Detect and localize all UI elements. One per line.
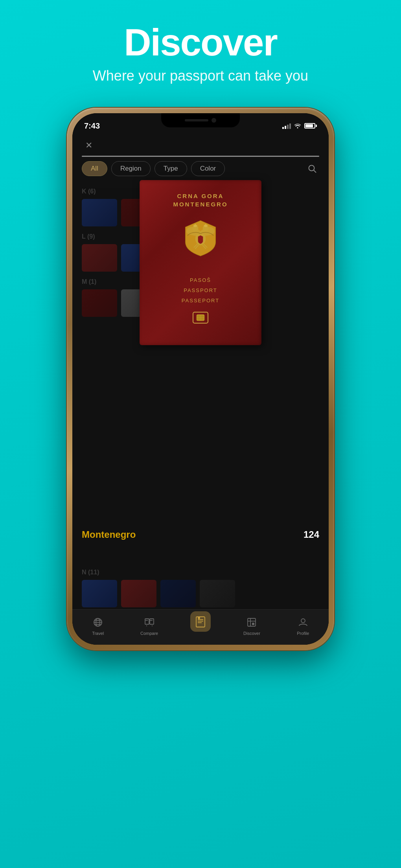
letter-label-n: N (11)	[82, 569, 319, 576]
nav-label-profile: Profile	[297, 631, 309, 636]
signal-icon	[282, 123, 291, 129]
nav-item-discover[interactable]: Discover	[226, 614, 277, 636]
country-name: Montenegro	[82, 529, 136, 540]
passport-country-name: CRNA GORA MONTENEGRO	[173, 192, 228, 208]
progress-bar	[82, 156, 319, 157]
discover-icon	[246, 617, 257, 627]
passport-emblem	[177, 214, 224, 261]
filter-tab-all[interactable]: All	[82, 161, 107, 176]
nav-item-compare[interactable]: Compare	[123, 614, 175, 636]
passport-thumb[interactable]	[200, 580, 235, 607]
nav-item-travel[interactable]: Travel	[72, 614, 123, 636]
passport-center-icon	[195, 616, 206, 627]
country-info-bar: Montenegro 124	[72, 523, 329, 546]
filter-tab-region[interactable]: Region	[111, 161, 151, 176]
passport-type-lines: PASOŠ PASSPORT PASSEPORT	[182, 275, 219, 306]
page-subtitle: Where your passport can take you	[93, 68, 308, 84]
notch-camera	[212, 118, 216, 123]
nav-label-compare: Compare	[140, 631, 158, 636]
phone-frame: 7:43	[67, 108, 334, 650]
svg-point-0	[309, 166, 315, 171]
nav-item-profile[interactable]: Profile	[278, 614, 329, 636]
svg-point-30	[301, 619, 305, 623]
battery-icon	[304, 123, 317, 129]
page-title: Discover	[93, 24, 308, 61]
svg-rect-26	[248, 618, 256, 626]
search-button[interactable]	[305, 162, 319, 176]
close-icon: ✕	[85, 141, 92, 150]
svg-rect-15	[145, 619, 149, 624]
nav-label-travel: Travel	[92, 631, 104, 636]
passport-thumb[interactable]	[82, 289, 117, 317]
filter-tab-type[interactable]: Type	[155, 161, 187, 176]
passport-thumb[interactable]	[160, 580, 196, 607]
passport-chip	[193, 312, 208, 324]
profile-icon	[298, 617, 308, 627]
discover-icon-wrap	[245, 615, 259, 629]
filter-tab-color[interactable]: Color	[191, 161, 225, 176]
globe-icon	[93, 617, 103, 627]
country-score: 124	[304, 529, 319, 540]
wifi-icon	[294, 123, 301, 129]
svg-rect-16	[150, 619, 154, 624]
status-time: 7:43	[84, 118, 100, 131]
compare-icon	[144, 617, 155, 627]
phone-notch	[161, 113, 240, 127]
passport-cover: CRNA GORA MONTENEGRO	[140, 180, 261, 345]
screen-content: 7:43	[72, 113, 329, 645]
close-button[interactable]: ✕	[82, 138, 96, 153]
nav-label-discover: Discover	[243, 631, 260, 636]
svg-point-25	[198, 617, 200, 619]
page-header: Discover Where your passport can take yo…	[93, 0, 308, 84]
svg-rect-5	[197, 314, 204, 321]
svg-line-1	[314, 170, 316, 173]
bottom-nav: Travel Compare	[72, 609, 329, 645]
travel-icon-wrap	[91, 615, 105, 629]
svg-rect-21	[196, 617, 205, 627]
status-icons	[282, 119, 317, 129]
profile-icon-wrap	[296, 615, 310, 629]
compare-icon-wrap	[142, 615, 156, 629]
search-icon	[308, 164, 316, 173]
main-passport[interactable]: CRNA GORA MONTENEGRO	[140, 180, 261, 345]
passport-thumb[interactable]	[82, 580, 117, 607]
passport-center-icon-wrap	[190, 611, 211, 632]
passport-thumb[interactable]	[82, 244, 117, 272]
phone-screen: 7:43	[72, 113, 329, 645]
nav-item-center[interactable]	[175, 614, 226, 633]
notch-speaker	[185, 119, 208, 121]
progress-fill	[82, 156, 319, 157]
svg-rect-29	[252, 623, 254, 625]
passport-thumb[interactable]	[121, 580, 156, 607]
letter-group-n: N (11)	[72, 565, 329, 611]
filter-tabs: All Region Type Color	[82, 161, 319, 176]
passport-thumb[interactable]	[82, 199, 117, 226]
